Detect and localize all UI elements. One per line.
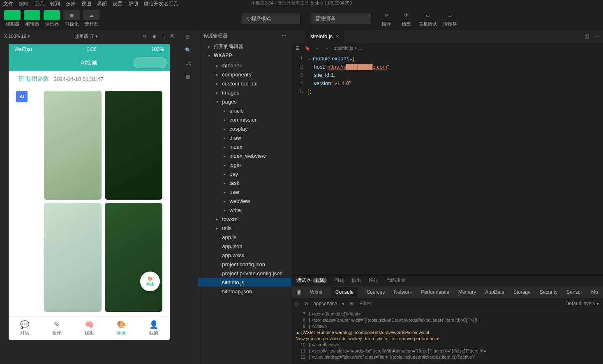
code-editor[interactable]: 1⌄module.exports = { 2 host: "https://s█… bbox=[291, 53, 603, 274]
storage-tab[interactable]: Storage bbox=[513, 289, 531, 295]
breadcrumb[interactable]: siteinfo.js > ... bbox=[334, 46, 362, 51]
list-icon[interactable]: ☰ bbox=[296, 46, 300, 51]
folder-item[interactable]: ▸login bbox=[198, 160, 291, 169]
editor-button[interactable]: 编辑器 bbox=[24, 10, 40, 27]
cloud-button[interactable]: ☁云开发 bbox=[83, 10, 99, 27]
sensor-tab[interactable]: Sensor bbox=[566, 289, 582, 295]
compile-select[interactable]: 普通编译 bbox=[312, 14, 371, 24]
folder-item[interactable]: ▸@babel bbox=[198, 61, 291, 70]
folder-item[interactable]: ▸write bbox=[198, 205, 291, 214]
phone-tab[interactable]: 🎨绘画 bbox=[105, 316, 137, 340]
folder-item[interactable]: ▸index bbox=[198, 142, 291, 151]
folder-item[interactable]: ▸utils bbox=[198, 223, 291, 233]
levels-select[interactable]: Default levels ▾ bbox=[566, 301, 599, 306]
folder-item[interactable]: ▸user bbox=[198, 187, 291, 196]
menu-item[interactable]: 微信开发者工具 bbox=[144, 0, 178, 7]
quality-tab[interactable]: 代码质量 bbox=[386, 277, 406, 284]
console-tab[interactable]: Console bbox=[331, 287, 358, 297]
record-icon[interactable]: ◉ bbox=[152, 34, 157, 39]
menu-item[interactable]: 帮助 bbox=[128, 0, 138, 7]
editor-tab[interactable]: siteinfo.js× bbox=[305, 30, 344, 43]
folder-item[interactable]: ▾pages bbox=[198, 97, 291, 106]
phone-tab[interactable]: ✎创作 bbox=[41, 316, 73, 340]
memory-tab[interactable]: Memory bbox=[458, 289, 476, 295]
filter-input[interactable] bbox=[359, 300, 561, 306]
menu-item[interactable]: 设置 bbox=[113, 0, 122, 7]
compile-button[interactable]: ⟳编译 bbox=[379, 10, 393, 27]
console-output[interactable]: 7 | <text>{{item.title}}</text>8 | <text… bbox=[291, 309, 603, 364]
inspect-icon[interactable]: ▣ bbox=[296, 289, 301, 295]
folder-item[interactable]: ▸index_webview bbox=[198, 151, 291, 160]
file-item[interactable]: app.js bbox=[198, 233, 291, 242]
root-folder[interactable]: ▾WXAPP bbox=[198, 51, 291, 60]
debugger-button[interactable]: 调试器 bbox=[44, 10, 60, 27]
performance-tab[interactable]: Performance bbox=[421, 289, 449, 295]
preview-button[interactable]: 👁预览 bbox=[399, 10, 413, 27]
hot-reload-select[interactable]: 热重载 开 ▾ bbox=[75, 33, 98, 39]
folder-item[interactable]: ▸images bbox=[198, 88, 291, 97]
split-icon[interactable]: ▥ bbox=[585, 33, 589, 39]
eye-icon[interactable]: 👁 bbox=[349, 301, 354, 306]
menu-item[interactable]: 编辑 bbox=[19, 0, 29, 7]
folder-item[interactable]: ▸components bbox=[198, 70, 291, 79]
menu-item[interactable]: 界面 bbox=[97, 0, 107, 7]
menu-item[interactable]: 选择 bbox=[66, 0, 76, 7]
file-item[interactable]: project.config.json bbox=[198, 260, 291, 269]
file-item[interactable]: app.wxss bbox=[198, 251, 291, 260]
popout-icon[interactable]: ⇱ bbox=[171, 34, 174, 39]
branch-icon[interactable]: ⎇ bbox=[185, 60, 191, 66]
back-icon[interactable]: ← bbox=[315, 46, 320, 51]
toggle-icon[interactable]: ▷ bbox=[296, 301, 299, 306]
folder-item[interactable]: ▸custom-tab-bar bbox=[198, 79, 291, 88]
folder-item[interactable]: ▸draw bbox=[198, 133, 291, 142]
clear-cache-button[interactable]: ▭清缓存 bbox=[443, 10, 457, 27]
zoom-select[interactable]: X 100% 16 ▾ bbox=[4, 34, 30, 39]
open-editors[interactable]: ▸打开的编辑器 bbox=[198, 42, 291, 51]
files-icon[interactable]: ⧉ bbox=[186, 34, 190, 40]
context-select[interactable]: appservice bbox=[313, 301, 337, 306]
file-item[interactable]: project.private.config.json bbox=[198, 269, 291, 278]
folder-item[interactable]: ▸pay bbox=[198, 169, 291, 178]
problems-tab[interactable]: 问题 bbox=[334, 277, 344, 284]
phone-tab[interactable]: 👤我的 bbox=[138, 316, 170, 340]
forward-icon[interactable]: → bbox=[325, 46, 329, 51]
folder-item[interactable]: ▸webview bbox=[198, 196, 291, 205]
wxml-tab[interactable]: Wxml bbox=[310, 289, 322, 295]
phone-tab[interactable]: 💬对话 bbox=[9, 316, 41, 340]
remote-debug-button[interactable]: ▭真机调试 bbox=[419, 10, 437, 27]
sources-tab[interactable]: Sources bbox=[367, 289, 385, 295]
new-button[interactable]: 🎨新建 bbox=[140, 272, 160, 291]
simulator-button[interactable]: 模拟器 bbox=[4, 10, 21, 27]
folder-item[interactable]: ▸towxml bbox=[198, 214, 291, 223]
ext-icon[interactable]: ▦ bbox=[186, 74, 190, 79]
output-tab[interactable]: 输出 bbox=[351, 277, 361, 284]
folder-item[interactable]: ▸article bbox=[198, 106, 291, 115]
phone-tab[interactable]: 🧠模拟 bbox=[73, 316, 105, 340]
search-icon[interactable]: 🔍 bbox=[185, 47, 191, 53]
more-icon[interactable]: ⋯ bbox=[595, 33, 600, 39]
capsule-button[interactable] bbox=[134, 58, 166, 68]
refresh-icon[interactable]: ⟳ bbox=[143, 34, 147, 39]
gallery-image[interactable] bbox=[105, 91, 162, 200]
file-item[interactable]: app.json bbox=[198, 242, 291, 251]
folder-item[interactable]: ▸commission bbox=[198, 115, 291, 124]
gallery-image[interactable] bbox=[44, 91, 102, 200]
gallery-image[interactable] bbox=[44, 203, 102, 312]
file-item[interactable]: siteinfo.js bbox=[198, 278, 291, 287]
more-tab[interactable]: Mo bbox=[591, 289, 598, 295]
clear-icon[interactable]: ⊘ bbox=[304, 301, 308, 306]
network-tab[interactable]: Network bbox=[394, 289, 412, 295]
reuse-params[interactable]: ▦ 复用参数 bbox=[18, 75, 49, 83]
folder-item[interactable]: ▸cosplay bbox=[198, 124, 291, 133]
visual-button[interactable]: ▦可视化 bbox=[63, 10, 80, 27]
appdata-tab[interactable]: AppData bbox=[485, 289, 504, 295]
menu-item[interactable]: 文件 bbox=[3, 0, 13, 7]
security-tab[interactable]: Security bbox=[540, 289, 557, 295]
file-item[interactable]: sitemap.json bbox=[198, 287, 291, 296]
more-icon[interactable]: ⋯ bbox=[282, 32, 286, 39]
bookmark-icon[interactable]: 🔖 bbox=[305, 46, 310, 51]
gallery-image[interactable] bbox=[105, 203, 162, 312]
menu-item[interactable]: 工具 bbox=[35, 0, 44, 7]
device-icon[interactable]: ▯ bbox=[162, 34, 165, 39]
menu-item[interactable]: 转到 bbox=[50, 0, 60, 7]
